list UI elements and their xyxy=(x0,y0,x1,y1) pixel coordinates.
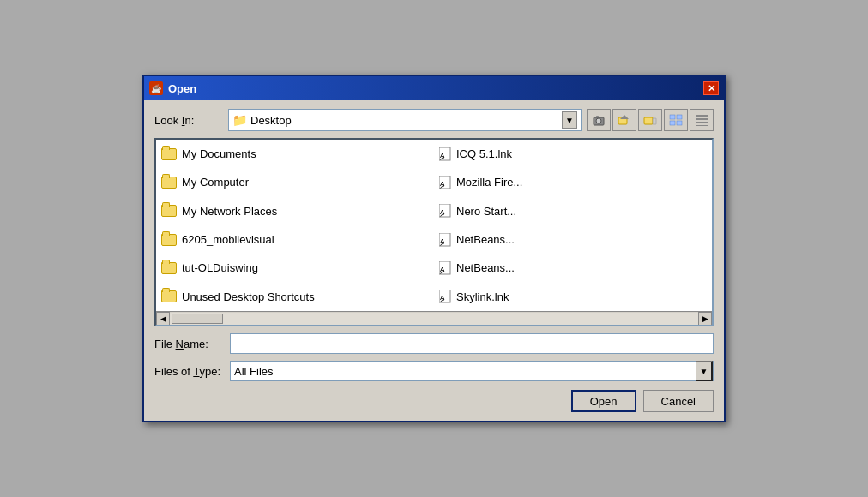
list-item[interactable]: 6205_mobilevisual xyxy=(156,225,434,254)
list-item[interactable]: A ↗ Skylink.lnk xyxy=(434,283,712,311)
list-view-icon xyxy=(669,113,683,127)
list-item[interactable]: A ↗ NetBeans... xyxy=(434,254,712,282)
button-row: Open Cancel xyxy=(154,390,714,412)
look-in-dropdown-button[interactable]: ▼ xyxy=(562,111,577,129)
toolbar-btn-camera[interactable] xyxy=(587,109,611,131)
toolbar-btn-new-folder[interactable] xyxy=(638,109,662,131)
folder-icon xyxy=(161,148,177,160)
svg-rect-6 xyxy=(653,118,656,124)
shortcut-icon: A ↗ xyxy=(439,233,451,247)
list-item[interactable]: My Documents xyxy=(156,140,434,168)
shortcut-icon: A ↗ xyxy=(439,204,451,218)
file-item-name: My Network Places xyxy=(182,205,277,218)
svg-text:↗: ↗ xyxy=(439,296,445,303)
file-name-label: File Name: xyxy=(154,338,223,350)
svg-text:↗: ↗ xyxy=(439,183,445,189)
list-item[interactable]: A ↗ Mozilla Fire... xyxy=(434,168,712,196)
close-button[interactable]: ✕ xyxy=(703,81,719,95)
look-in-label: Look In: xyxy=(154,114,223,127)
file-item-name: Nero Start... xyxy=(456,205,516,218)
file-item-name: NetBeans... xyxy=(456,261,515,274)
files-of-type-dropdown-button[interactable]: ▼ xyxy=(696,361,713,381)
scrollbar-thumb[interactable] xyxy=(172,314,223,324)
folder-icon xyxy=(161,177,177,189)
svg-rect-13 xyxy=(696,122,708,123)
list-item[interactable]: A ↗ NetBeans... xyxy=(434,225,712,254)
folder-icon xyxy=(161,262,177,274)
cancel-button[interactable]: Cancel xyxy=(643,390,714,412)
svg-text:↗: ↗ xyxy=(439,240,445,247)
file-name-input[interactable] xyxy=(230,333,714,354)
svg-text:↗: ↗ xyxy=(439,211,445,218)
title-bar: ☕ Open ✕ xyxy=(144,76,724,100)
java-icon: ☕ xyxy=(149,81,163,95)
details-view-icon xyxy=(695,113,708,127)
file-list: My Documents A ↗ ICQ 5.1.lnk My Computer xyxy=(156,140,712,311)
files-of-type-value: All Files xyxy=(231,365,696,378)
svg-rect-2 xyxy=(596,116,599,117)
folder-icon xyxy=(161,290,177,302)
files-of-type-row: Files of Type: All Files ▼ xyxy=(154,361,714,381)
toolbar-btn-up[interactable] xyxy=(612,109,636,131)
toolbar-btn-list-view[interactable] xyxy=(664,109,688,131)
file-list-container: My Documents A ↗ ICQ 5.1.lnk My Computer xyxy=(154,138,714,326)
svg-rect-9 xyxy=(670,121,675,125)
files-of-type-combo[interactable]: All Files ▼ xyxy=(230,361,714,381)
svg-rect-5 xyxy=(644,117,653,124)
file-item-name: 6205_mobilevisual xyxy=(182,233,274,246)
look-in-row: Look In: 📁 Desktop ▼ xyxy=(154,109,714,131)
file-item-name: Mozilla Fire... xyxy=(456,176,522,189)
file-item-name: ICQ 5.1.lnk xyxy=(456,147,512,160)
list-item[interactable]: A ↗ ICQ 5.1.lnk xyxy=(434,140,712,168)
list-item[interactable]: Unused Desktop Shortcuts xyxy=(156,283,434,311)
scrollbar-left-arrow[interactable]: ◀ xyxy=(156,312,170,326)
up-folder-icon xyxy=(618,113,631,127)
folder-icon xyxy=(161,234,177,246)
svg-rect-12 xyxy=(696,118,708,120)
file-name-row: File Name: xyxy=(154,333,714,354)
file-item-name: NetBeans... xyxy=(456,233,515,246)
svg-rect-10 xyxy=(677,121,682,125)
scrollbar-track[interactable] xyxy=(170,313,698,325)
look-in-combo[interactable]: 📁 Desktop ▼ xyxy=(228,109,582,131)
open-button[interactable]: Open xyxy=(571,390,636,412)
list-item[interactable]: tut-OLDuiswing xyxy=(156,254,434,282)
list-item[interactable]: My Computer xyxy=(156,168,434,196)
horizontal-scrollbar: ◀ ▶ xyxy=(156,311,712,325)
toolbar-buttons xyxy=(587,109,714,131)
open-dialog: ☕ Open ✕ Look In: 📁 Desktop ▼ xyxy=(142,75,726,422)
svg-rect-7 xyxy=(670,115,675,119)
files-of-type-label: Files of Type: xyxy=(154,365,223,378)
shortcut-icon: A ↗ xyxy=(439,176,451,189)
look-in-folder-icon: 📁 xyxy=(232,113,247,127)
dialog-title: Open xyxy=(168,82,196,95)
svg-rect-11 xyxy=(696,115,708,117)
svg-rect-14 xyxy=(696,125,708,126)
scrollbar-right-arrow[interactable]: ▶ xyxy=(698,312,712,326)
list-item[interactable]: A ↗ Nero Start... xyxy=(434,197,712,225)
file-item-name: Skylink.lnk xyxy=(456,290,509,303)
file-item-name: Unused Desktop Shortcuts xyxy=(182,290,315,303)
folder-icon xyxy=(161,205,177,217)
camera-icon xyxy=(592,113,606,127)
toolbar-btn-details-view[interactable] xyxy=(690,109,714,131)
file-item-name: tut-OLDuiswing xyxy=(182,261,258,274)
svg-text:↗: ↗ xyxy=(439,268,445,275)
list-item[interactable]: My Network Places xyxy=(156,197,434,225)
title-bar-left: ☕ Open xyxy=(149,81,196,95)
new-folder-icon xyxy=(643,113,657,127)
svg-rect-8 xyxy=(677,115,682,119)
shortcut-icon: A ↗ xyxy=(439,261,451,275)
look-in-value: Desktop xyxy=(250,114,558,127)
dialog-body: Look In: 📁 Desktop ▼ xyxy=(144,100,724,421)
shortcut-icon: A ↗ xyxy=(439,147,451,161)
file-item-name: My Documents xyxy=(182,147,256,160)
shortcut-icon: A ↗ xyxy=(439,290,451,303)
svg-text:↗: ↗ xyxy=(439,154,445,161)
file-item-name: My Computer xyxy=(182,176,249,189)
svg-point-1 xyxy=(596,118,601,123)
